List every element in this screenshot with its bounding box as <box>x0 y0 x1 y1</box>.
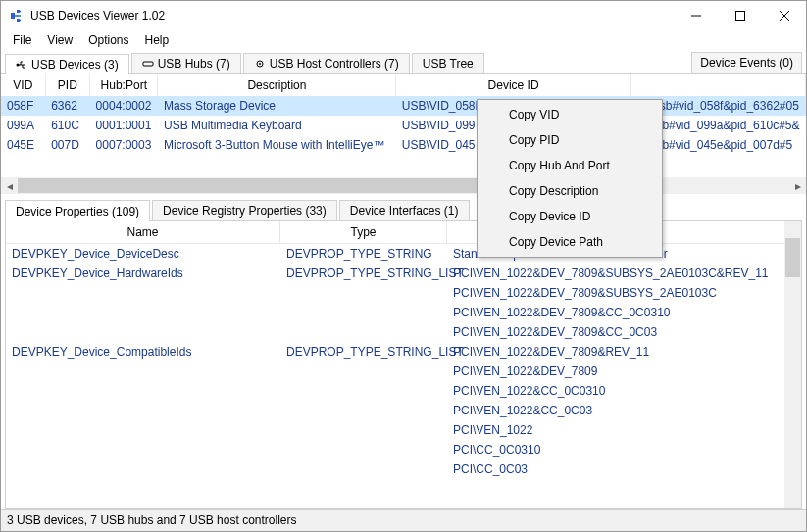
cell-hub_port: 0004:0002 <box>90 96 158 116</box>
maximize-button[interactable] <box>718 2 762 30</box>
cell-type: DEVPROP_TYPE_STRING_LIST <box>280 342 447 362</box>
cell-name <box>6 381 280 401</box>
tab-device-interfaces[interactable]: Device Interfaces (1) <box>339 200 470 220</box>
app-icon <box>9 8 25 24</box>
cell-description: Microsoft 3-Button Mouse with IntelliEye… <box>158 135 396 155</box>
property-row[interactable]: PCI\VEN_1022&DEV_7809&SUBSYS_2AE0103C <box>6 283 801 303</box>
cell-value: PCI\VEN_1022&DEV_7809 <box>447 362 801 381</box>
cell-pid: 610C <box>45 116 89 135</box>
svg-point-7 <box>259 63 261 65</box>
status-bar: 3 USB devices, 7 USB hubs and 7 USB host… <box>1 509 806 531</box>
property-row[interactable]: PCI\VEN_1022&DEV_7809&CC_0C03 <box>6 322 801 342</box>
cell-vid: 045E <box>1 135 45 155</box>
properties-container: Name Type DEVPKEY_Device_DeviceDescDEVPR… <box>5 220 802 509</box>
menu-file[interactable]: File <box>5 31 39 49</box>
menu-help[interactable]: Help <box>137 31 177 49</box>
menu-copy-description[interactable]: Copy Description <box>479 178 660 204</box>
tab-usb-devices[interactable]: USB Devices (3) <box>5 54 129 74</box>
cell-description: Mass Storage Device <box>158 96 396 116</box>
svg-rect-0 <box>11 13 15 19</box>
property-row[interactable]: PCI\VEN_1022&DEV_7809 <box>6 362 801 381</box>
cell-value: PCI\VEN_1022&CC_0C03 <box>447 401 801 420</box>
menu-view[interactable]: View <box>39 31 80 49</box>
cell-value: PCI\VEN_1022&CC_0C0310 <box>447 381 801 401</box>
cell-name <box>6 459 280 479</box>
cell-value: PCI\CC_0C03 <box>447 459 801 479</box>
col-description[interactable]: Description <box>158 74 396 96</box>
menu-copy-device-path[interactable]: Copy Device Path <box>479 229 660 255</box>
bottom-tabs: Device Properties (109) Device Registry … <box>1 194 806 220</box>
close-button[interactable] <box>762 2 806 30</box>
cell-name <box>6 283 280 303</box>
menu-copy-device-id[interactable]: Copy Device ID <box>479 204 660 229</box>
cell-type: DEVPROP_TYPE_STRING <box>280 244 447 264</box>
cell-value: PCI\VEN_1022&DEV_7809&REV_11 <box>447 342 801 362</box>
property-row[interactable]: DEVPKEY_Device_DeviceDescDEVPROP_TYPE_ST… <box>6 244 801 264</box>
properties-body: DEVPKEY_Device_DeviceDescDEVPROP_TYPE_ST… <box>6 244 801 508</box>
property-row[interactable]: DEVPKEY_Device_HardwareIdsDEVPROP_TYPE_S… <box>6 264 801 283</box>
col-prop-name[interactable]: Name <box>6 221 280 243</box>
table-row[interactable]: 058F63620004:0002Mass Storage DeviceUSB\… <box>1 96 806 116</box>
property-row[interactable]: PCI\VEN_1022&CC_0C0310 <box>6 381 801 401</box>
devices-table: VID PID Hub:Port Description Device ID 0… <box>1 74 806 155</box>
col-device-id[interactable]: Device ID <box>396 74 631 96</box>
col-vid[interactable]: VID <box>1 74 45 96</box>
scroll-thumb[interactable] <box>785 238 800 277</box>
scroll-right-icon[interactable]: ▸ <box>789 177 806 194</box>
tab-device-properties[interactable]: Device Properties (109) <box>5 200 150 221</box>
cell-name <box>6 362 280 381</box>
horizontal-scrollbar[interactable]: ◂ ▸ <box>1 177 806 194</box>
col-prop-type[interactable]: Type <box>280 221 447 243</box>
col-hub-port[interactable]: Hub:Port <box>90 74 158 96</box>
cell-name <box>6 440 280 459</box>
cell-type <box>280 362 447 381</box>
cell-value: PCI\VEN_1022&DEV_7809&SUBSYS_2AE0103C <box>447 283 801 303</box>
col-pid[interactable]: PID <box>45 74 89 96</box>
cell-vid: 058F <box>1 96 45 116</box>
cell-type: DEVPROP_TYPE_STRING_LIST <box>280 264 447 283</box>
menu-copy-vid[interactable]: Copy VID <box>479 102 660 127</box>
minimize-button[interactable] <box>674 2 718 30</box>
property-row[interactable]: PCI\VEN_1022&DEV_7809&CC_0C0310 <box>6 303 801 322</box>
cell-pid: 007D <box>45 135 89 155</box>
tab-usb-tree[interactable]: USB Tree <box>412 53 484 73</box>
hub-icon <box>142 58 154 70</box>
cell-type <box>280 440 447 459</box>
property-row[interactable]: PCI\VEN_1022 <box>6 420 801 440</box>
tab-label: USB Tree <box>423 57 474 71</box>
vertical-scrollbar[interactable] <box>784 221 801 508</box>
tab-device-registry[interactable]: Device Registry Properties (33) <box>152 200 337 220</box>
cell-name <box>6 303 280 322</box>
titlebar: USB Devices Viewer 1.02 <box>1 1 806 30</box>
cell-name: DEVPKEY_Device_HardwareIds <box>6 264 280 283</box>
property-row[interactable]: PCI\CC_0C03 <box>6 459 801 479</box>
menu-options[interactable]: Options <box>80 31 136 49</box>
cell-value: PCI\VEN_1022&DEV_7809&CC_0C03 <box>447 322 801 342</box>
tab-usb-host-controllers[interactable]: USB Host Controllers (7) <box>243 53 410 73</box>
window-title: USB Devices Viewer 1.02 <box>30 9 674 23</box>
col-device-path[interactable] <box>630 74 805 96</box>
scroll-left-icon[interactable]: ◂ <box>1 177 18 194</box>
tab-usb-hubs[interactable]: USB Hubs (7) <box>131 53 241 73</box>
scroll-thumb[interactable] <box>18 178 480 193</box>
cell-value: PCI\CC_0C0310 <box>447 440 801 459</box>
cell-type <box>280 381 447 401</box>
property-row[interactable]: DEVPKEY_Device_CompatibleIdsDEVPROP_TYPE… <box>6 342 801 362</box>
cell-type <box>280 420 447 440</box>
cell-type <box>280 303 447 322</box>
table-row[interactable]: 045E007D0007:0003Microsoft 3-Button Mous… <box>1 135 806 155</box>
cell-hub_port: 0007:0003 <box>90 135 158 155</box>
usb-icon <box>16 59 27 71</box>
cell-name <box>6 420 280 440</box>
property-row[interactable]: PCI\VEN_1022&CC_0C03 <box>6 401 801 420</box>
cell-type <box>280 459 447 479</box>
cell-type <box>280 401 447 420</box>
menu-copy-pid[interactable]: Copy PID <box>479 127 660 153</box>
menubar: File View Options Help <box>1 30 806 50</box>
cell-hub_port: 0001:0001 <box>90 116 158 135</box>
table-row[interactable]: 099A610C0001:0001USB Multimedia Keyboard… <box>1 116 806 135</box>
property-row[interactable]: PCI\CC_0C0310 <box>6 440 801 459</box>
menu-copy-hub-port[interactable]: Copy Hub And Port <box>479 153 660 178</box>
device-events-button[interactable]: Device Events (0) <box>691 52 802 73</box>
tab-label: USB Devices (3) <box>31 58 119 72</box>
